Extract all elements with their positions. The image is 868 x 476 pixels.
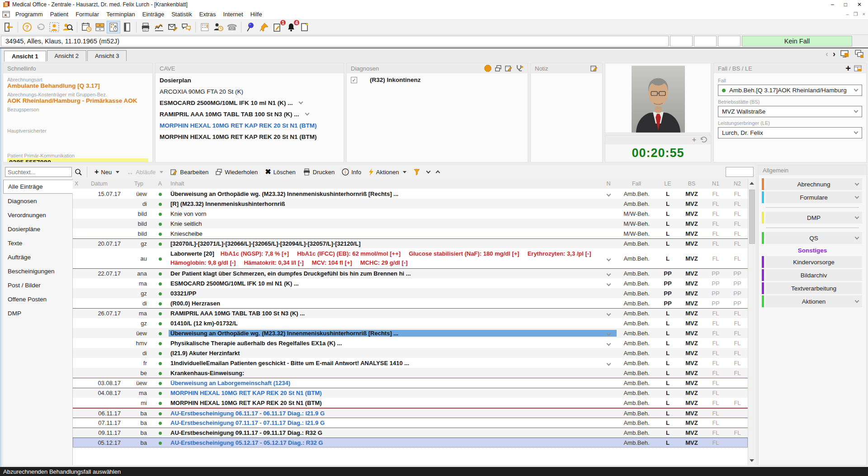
row-chevron-icon[interactable] xyxy=(606,272,611,276)
notiz-edit-icon[interactable] xyxy=(590,65,598,72)
table-scrollbar[interactable] xyxy=(748,179,755,465)
column-header-inhalt[interactable]: Inhalt xyxy=(169,181,600,187)
table-row[interactable]: 06.11.17baAU-Erstbescheinigung 06.11.17 … xyxy=(73,408,748,418)
row-inhalt[interactable]: Krankenhaus-Einweisung: xyxy=(169,370,600,376)
panel-button-qs[interactable]: QS xyxy=(762,232,862,244)
sidebar-item-alle-eintr-ge[interactable]: Alle Einträge xyxy=(3,180,73,194)
row-chevron-icon[interactable] xyxy=(606,361,611,366)
row-inhalt[interactable]: AU-Erstbescheinigung 07.11.17 - 07.11.17… xyxy=(169,419,600,426)
neu-button[interactable]: +Neu xyxy=(92,168,122,176)
row-inhalt[interactable]: Überweisung an Laborgemeinschaft (1234) xyxy=(169,380,600,386)
menu-item-statistik[interactable]: Statistik xyxy=(168,10,196,19)
column-header-n2[interactable]: N2 xyxy=(727,181,748,187)
sidebar-item-auftr-ge[interactable]: Aufträge xyxy=(3,251,72,264)
table-row[interactable]: 22.07.17anaDer Patient klagt über Schmer… xyxy=(73,268,748,278)
note-pin-icon[interactable] xyxy=(298,21,311,33)
column-header-fall[interactable]: Fall xyxy=(617,181,656,187)
person-clock-icon[interactable] xyxy=(212,21,225,33)
cave-item[interactable]: ESMOCARD 2500MG/10ML IFK 10 ml N1 (K) ..… xyxy=(160,97,340,109)
timer-add-icon[interactable]: + xyxy=(692,136,696,143)
filter-icon[interactable] xyxy=(413,168,420,176)
maximize-icon[interactable]: □ xyxy=(844,1,847,8)
table-row[interactable]: miMORPHIN HEXAL 10MG RET KAP REK 20 St N… xyxy=(73,398,748,408)
row-inhalt[interactable]: [32070/L]-[32071/L]-[32066/L]-[32065/L]-… xyxy=(169,240,600,247)
tab-ansicht-1[interactable]: Ansicht 1 xyxy=(4,51,46,62)
bearbeiten-button[interactable]: Bearbeiten xyxy=(168,168,211,176)
patient-search-icon[interactable] xyxy=(61,21,75,33)
row-inhalt[interactable]: ESMOCARD 2500MG/10ML IFK 10 ml N1 (K) ..… xyxy=(169,280,600,287)
tab-ansicht-3[interactable]: Ansicht 3 xyxy=(87,50,127,61)
pin-blue-icon[interactable] xyxy=(244,21,257,33)
sidebar-item-post-bilder[interactable]: Post / Bilder xyxy=(3,279,72,292)
table-row[interactable]: gz03321/PPAmb.Beh.PPMVZPPPP xyxy=(73,288,748,298)
row-inhalt[interactable]: AU-Erstbescheinigung 09.11.17 - 09.11.17… xyxy=(169,429,600,436)
menu-item-patient[interactable]: Patient xyxy=(47,10,72,19)
panel-button-abrechnung[interactable]: Abrechnung xyxy=(762,178,862,190)
row-chevron-icon[interactable] xyxy=(606,192,611,196)
collapse-icon[interactable] xyxy=(436,171,440,175)
row-inhalt[interactable]: 1IndividuelleEmailan Patienten geschickt… xyxy=(169,360,600,367)
layout-config-2-icon[interactable] xyxy=(854,49,864,58)
nav-right-icon[interactable]: › xyxy=(833,50,835,58)
menu-item-terminplan[interactable]: Terminplan xyxy=(103,10,139,19)
table-row[interactable]: di(I21.9) Akuter HerzinfarktAmb.Beh.LMVZ… xyxy=(73,348,748,358)
patient-info[interactable]: 34945, Alles, Klaus, 11.10.1965 (m52J) xyxy=(1,36,669,47)
cave-item[interactable]: RAMIPRIL AAA 10MG TABL TAB 100 St N3 (K)… xyxy=(160,109,340,120)
krankenblatt-small-icon[interactable] xyxy=(198,21,212,33)
undo-icon[interactable] xyxy=(34,21,47,33)
bs-select[interactable]: MVZ Wallstraße xyxy=(718,106,862,117)
sidebar-item-verordnungen[interactable]: Verordnungen xyxy=(3,209,72,222)
row-inhalt[interactable]: Überweisung an Orthopädie wg. (M23.32) I… xyxy=(169,330,600,337)
scroll-thumb[interactable] xyxy=(749,190,755,244)
expand-icon[interactable] xyxy=(426,169,431,173)
row-inhalt[interactable]: Knie von vorn xyxy=(169,210,600,217)
table-row[interactable]: 07.11.17baAU-Erstbescheinigung 07.11.17 … xyxy=(73,418,748,428)
row-chevron-icon[interactable] xyxy=(606,257,611,261)
table-row[interactable]: bildKnie von vornM/W-Beh.LMVZFLFL xyxy=(73,209,748,219)
notiz-body[interactable] xyxy=(531,73,602,162)
menu-item-einträge[interactable]: Einträge xyxy=(139,10,168,19)
row-inhalt[interactable]: Der Patient klagt über Schmerzen, ein du… xyxy=(169,270,600,277)
table-row[interactable]: 09.11.17baAU-Erstbescheinigung 09.11.17 … xyxy=(73,428,748,438)
menu-item-programm[interactable]: Programm xyxy=(12,10,47,19)
info-button[interactable]: iInfo xyxy=(340,168,363,176)
row-inhalt[interactable]: (R00.0) Herzrasen xyxy=(169,300,600,307)
row-chevron-icon[interactable] xyxy=(606,331,611,336)
row-inhalt[interactable]: Überweisung an Orthopädie wg. (M23.32) I… xyxy=(169,190,600,197)
row-inhalt[interactable]: (I21.9) Akuter Herzinfarkt xyxy=(169,350,600,357)
panel-button-dmp[interactable]: DMP xyxy=(762,212,862,224)
exit-icon[interactable] xyxy=(2,21,15,33)
search-input[interactable] xyxy=(5,167,72,177)
panel-button-textverarbeitung[interactable]: Textverarbeitung xyxy=(762,282,862,294)
close-icon[interactable]: ✕ xyxy=(857,1,862,8)
panel-button-formulare[interactable]: Formulare xyxy=(762,191,862,203)
tab-ansicht-2[interactable]: Ansicht 2 xyxy=(47,50,86,61)
edit-note-icon[interactable] xyxy=(505,65,513,72)
statistics-icon[interactable] xyxy=(152,21,166,33)
diagnose-checkbox[interactable]: ✓ xyxy=(351,77,357,83)
cave-chevron-icon[interactable] xyxy=(298,100,303,105)
table-row[interactable]: bildKniescheibeM/W-Beh.LMVZFLFL xyxy=(73,228,748,238)
timer-history-icon[interactable] xyxy=(700,136,707,143)
sidebar-item-diagnosen[interactable]: Diagnosen xyxy=(3,195,72,208)
table-row[interactable]: 05.12.17baAU-Erstbescheinigung 05.12.17 … xyxy=(73,438,748,447)
chat-icon[interactable] xyxy=(179,21,193,33)
row-inhalt[interactable]: MORPHIN HEXAL 10MG RET KAP REK 20 St N1 … xyxy=(169,400,600,406)
sidebar-item-dmp[interactable]: DMP xyxy=(3,307,72,320)
mail-icon[interactable] xyxy=(166,21,179,33)
table-row[interactable]: 03.08.17üewÜberweisung an Laborgemeinsch… xyxy=(73,378,748,388)
print-icon[interactable] xyxy=(139,21,152,33)
scroll-down-icon[interactable] xyxy=(750,459,754,462)
table-row[interactable]: auLaborwerte [20]HbA1c (NGSP): 7,8 % [+]… xyxy=(73,248,748,268)
row-inhalt[interactable]: RAMIPRIL AAA 10MG TABL TAB 100 St N3 (K)… xyxy=(169,310,600,317)
wiederholen-button[interactable]: Wiederholen xyxy=(213,169,260,176)
mdi-child-icon[interactable]: K xyxy=(2,11,10,18)
table-row[interactable]: di(R00.0) HerzrasenAmb.Beh.PPMVZPPPP xyxy=(73,298,748,308)
row-inhalt[interactable]: AU-Erstbescheinigung 06.11.17 - 06.11.17… xyxy=(169,410,600,417)
column-header-bs[interactable]: BS xyxy=(679,181,704,187)
search-icon[interactable] xyxy=(75,168,82,176)
table-row[interactable]: hmvPhysikalische Therapie außerhalb des … xyxy=(73,338,748,348)
row-inhalt[interactable]: 03321/PP xyxy=(169,290,600,297)
table-row[interactable]: üewÜberweisung an Orthopädie wg. (M23.32… xyxy=(73,328,748,338)
minimize-icon[interactable]: – xyxy=(831,1,834,8)
